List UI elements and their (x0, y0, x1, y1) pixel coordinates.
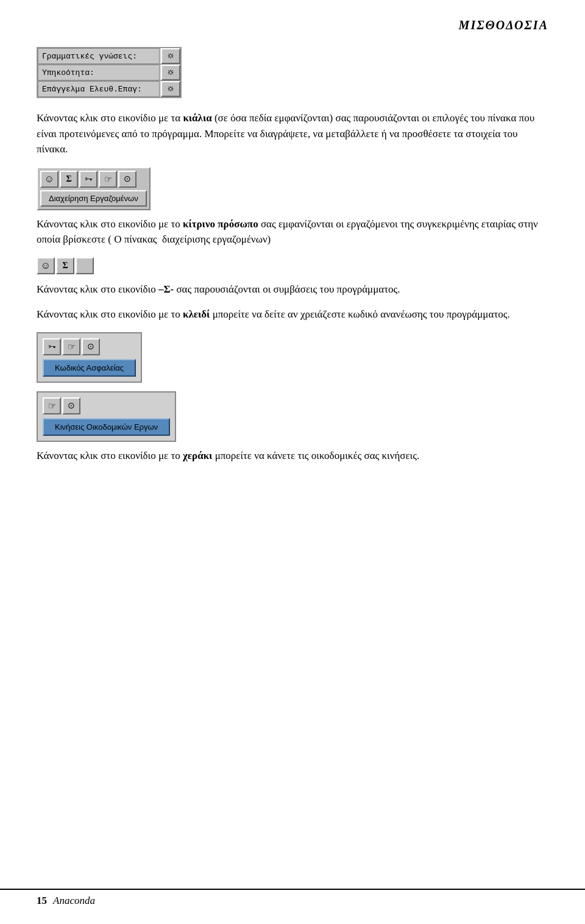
smiley-icon-2[interactable]: ☺ (37, 257, 55, 274)
form-label-3: Επάγγελμα Ελευθ.Επαγ: (38, 81, 160, 97)
construction-movements-button[interactable]: Κινήσεις Οικοδομικών Εργων (43, 418, 170, 436)
footer-brand: Anaconda (53, 895, 95, 907)
toolbar-section-1: ☺ Σ 🗝 ☞ ⊙ Διαχείρηση Εργαζομένων (37, 167, 548, 213)
binoculars-icon-3[interactable]: ⛭ (161, 81, 180, 97)
form-row-3: Επάγγελμα Ελευθ.Επαγ: ⛭ (38, 81, 180, 97)
page-number: 15 (37, 895, 47, 907)
binoculars-icon-1[interactable]: ⛭ (161, 48, 180, 64)
paragraph-2: Κάνοντας κλικ στο εικονίδιο με το κίτριν… (37, 216, 548, 247)
paragraph-1: Κάνοντας κλικ στο εικονίδιο με τα κιάλια… (37, 110, 548, 157)
security-code-button[interactable]: Κωδικός Ασφαλείας (43, 359, 136, 377)
form-label-2: Υπηκοότητα: (38, 65, 160, 80)
bold-kitrino: κίτρινο πρόσωπο (183, 218, 258, 230)
paragraph-3: Κάνοντας κλικ στο εικονίδιο –Σ- σας παρο… (37, 282, 548, 297)
bold-sigma: –Σ- (158, 283, 174, 295)
clock-icon-2[interactable]: ⊙ (82, 338, 100, 355)
hand-icon[interactable]: ☞ (99, 171, 117, 188)
key-icon[interactable]: 🗝 (79, 171, 98, 188)
security-section: 🗝 ☞ ⊙ Κωδικός Ασφαλείας (37, 332, 548, 385)
form-row-2: Υπηκοότητα: ⛭ (38, 65, 180, 81)
key-icon-2[interactable]: 🗝 (43, 338, 61, 355)
bold-kleidi: κλειδί (183, 308, 210, 320)
paragraph-4: Κάνοντας κλικ στο εικονίδιο με το κλειδί… (37, 307, 548, 322)
construction-section: ☞ ⊙ Κινήσεις Οικοδομικών Εργων (37, 391, 548, 444)
form-label-1: Γραμματικές γνώσεις: (38, 48, 160, 64)
form-fields-block: Γραμματικές γνώσεις: ⛭ Υπηκοότητα: ⛭ Επά… (37, 47, 182, 98)
paragraph-5: Κάνοντας κλικ στο εικονίδιο με το χεράκι… (37, 448, 548, 464)
sigma-icon[interactable]: Σ (60, 171, 78, 188)
small-toolbar-section: ☺ Σ (37, 257, 548, 278)
page-footer: 15 Anaconda (0, 889, 585, 912)
hand-icon-2[interactable]: ☞ (62, 338, 80, 355)
hand-icon-3[interactable]: ☞ (43, 397, 61, 414)
bold-kalia: κιάλια (183, 112, 211, 124)
clock-icon[interactable]: ⊙ (118, 171, 136, 188)
bold-cheraki: χεράκι (183, 450, 212, 461)
clock-icon-3[interactable]: ⊙ (62, 397, 80, 414)
sigma-icon-2[interactable]: Σ (56, 257, 74, 274)
manage-employees-button[interactable]: Διαχείρηση Εργαζομένων (40, 190, 147, 207)
form-row-1: Γραμματικές γνώσεις: ⛭ (38, 48, 180, 65)
binoculars-icon-2[interactable]: ⛭ (161, 65, 180, 80)
placeholder-icon (76, 257, 94, 274)
smiley-icon[interactable]: ☺ (40, 171, 58, 188)
page-title: ΜΙΣΘΟΔΟΣΙΑ (37, 18, 548, 32)
